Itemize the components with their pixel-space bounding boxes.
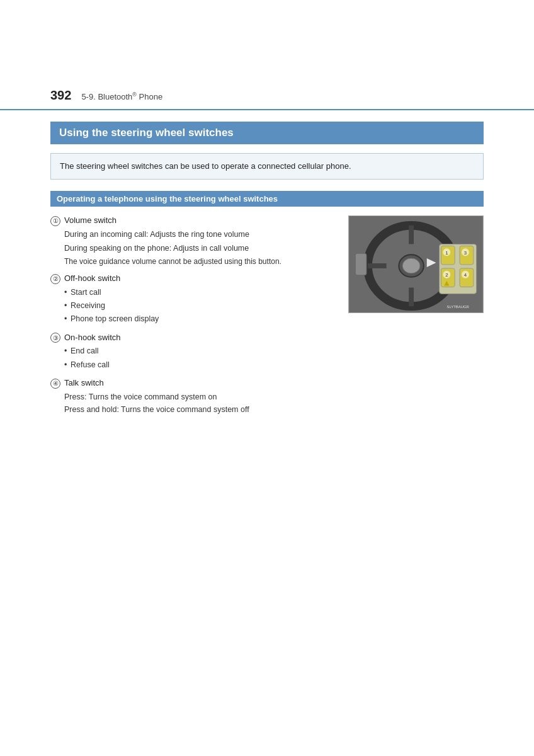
list-item: Phone top screen display [64,312,336,326]
svg-text:3: 3 [464,249,467,255]
list-item: Receiving [64,299,336,312]
circle-num-1: ① [50,216,60,226]
circle-num-3: ③ [50,333,60,343]
switch-title-3: ③ On-hook switch [50,332,336,343]
list-column: ① Volume switch During an incoming call:… [50,215,336,422]
switch-item-4: ④ Talk switch Press: Turns the voice com… [50,378,336,416]
content-area: Using the steering wheel switches The st… [0,122,534,447]
page-header: 392 5-9. Bluetooth® Phone [0,0,534,110]
talk-detail-a: Press: Turns the voice command system on [50,391,336,403]
page-container: 392 5-9. Bluetooth® Phone Using the stee… [0,0,534,756]
sub-section-banner: Operating a telephone using the steering… [50,191,484,207]
switch-name-1: Volume switch [64,215,116,225]
on-hook-list: End call Refuse call [50,345,336,372]
switch-title-4: ④ Talk switch [50,378,336,389]
svg-point-6 [402,258,420,273]
circle-num-4: ④ [50,379,60,389]
switch-detail-1c: The voice guidance volume cannot be adju… [50,256,336,267]
list-item: End call [64,345,336,358]
section-banner: Using the steering wheel switches [50,122,484,144]
switch-title-1: ① Volume switch [50,215,336,226]
list-item: Start call [64,286,336,299]
page-number: 392 [50,88,71,103]
circle-num-2: ② [50,274,60,284]
svg-text:1: 1 [445,249,448,255]
section-title: 5-9. Bluetooth® Phone [81,91,162,101]
off-hook-list: Start call Receiving Phone top screen di… [50,286,336,326]
switch-name-4: Talk switch [64,378,104,387]
svg-rect-21 [355,253,366,275]
list-item: Refuse call [64,358,336,372]
switch-item-2: ② Off-hook switch Start call Receiving P… [50,273,336,326]
svg-text:2: 2 [445,272,448,278]
talk-detail-b: Press and hold: Turns the voice command … [50,403,336,416]
content-columns: ① Volume switch During an incoming call:… [50,215,484,422]
switch-name-2: Off-hook switch [64,273,120,283]
info-box: The steering wheel switches can be used … [50,153,484,180]
steering-wheel-svg: 1 3 2 4 [349,216,483,312]
switch-item-3: ③ On-hook switch End call Refuse call [50,332,336,372]
steering-wheel-image: 1 3 2 4 [348,215,484,313]
switch-detail-1b: During speaking on the phone: Adjusts in… [50,242,336,255]
image-column: 1 3 2 4 [348,215,484,313]
switch-detail-1a: During an incoming call: Adjusts the rin… [50,228,336,241]
svg-text:SLYTBAUGR: SLYTBAUGR [446,305,469,309]
switch-item-1: ① Volume switch During an incoming call:… [50,215,336,267]
switch-title-2: ② Off-hook switch [50,273,336,284]
switch-name-3: On-hook switch [64,333,121,342]
svg-text:4: 4 [464,272,467,278]
